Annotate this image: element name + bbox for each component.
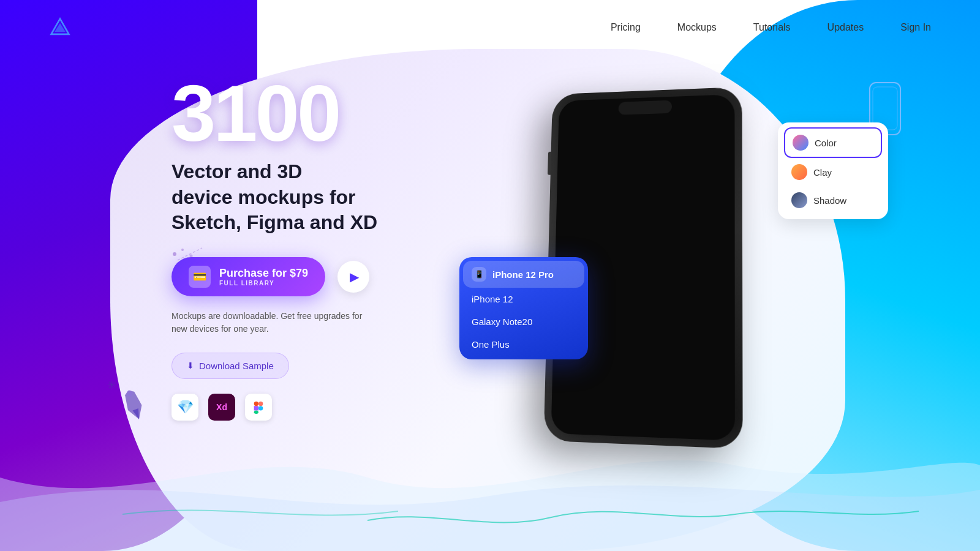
hero-description: Vector and 3Ddevice mockups forSketch, F… [172,159,377,236]
nav-signin[interactable]: Sign In [900,22,931,32]
download-icon: ⬇ [187,361,194,370]
device-item-oneplus[interactable]: One Plus [463,333,584,356]
hero-number: 3100 [172,73,377,153]
color-option-shadow[interactable]: Shadow [784,186,882,214]
svg-rect-11 [254,410,258,414]
device-item-iphone12pro[interactable]: 📱 iPhone 12 Pro [463,261,584,288]
device-dot: 📱 [472,267,486,282]
nav-pricing[interactable]: Pricing [611,22,641,32]
color-swatch-color [793,135,809,151]
purchase-text: Purchase for $79 FULL LIBRARY [219,267,308,287]
download-label: Download Sample [199,361,274,371]
device-item-iphone12[interactable]: iPhone 12 [463,288,584,310]
color-swatch-shadow [791,192,807,208]
svg-rect-9 [254,402,258,406]
device-dropdown: 📱 iPhone 12 Pro iPhone 12 Galaxy Note20 … [459,257,588,359]
svg-rect-12 [258,402,263,406]
sketch-icon[interactable]: 💎 [172,394,198,421]
navigation: Pricing Mockups Tutorials Updates Sign I… [0,0,980,55]
purchase-button[interactable]: 💳 Purchase for $79 FULL LIBRARY [172,257,325,296]
figma-icon[interactable] [245,394,272,421]
play-button[interactable]: ▶ [337,261,369,293]
cta-row: 💳 Purchase for $79 FULL LIBRARY ▶ [172,257,377,296]
color-option-color[interactable]: Color [784,127,882,158]
phone-side-button [548,152,551,175]
adobe-xd-icon[interactable]: Xd [208,394,235,421]
phone-notch [619,100,672,115]
logo-icon [49,17,71,39]
device-item-galaxynote20[interactable]: Galaxy Note20 [463,310,584,333]
svg-rect-10 [254,406,258,410]
nav-mockups[interactable]: Mockups [677,22,717,32]
color-swatch-clay [791,164,807,180]
purchase-icon: 💳 [189,266,211,288]
bottom-wave [0,416,980,551]
svg-point-13 [258,406,263,410]
app-icons: 💎 Xd [172,394,377,421]
tagline-text: Mockups are downloadable. Get free upgra… [172,310,368,335]
nav-tutorials[interactable]: Tutorials [753,22,791,32]
nav-updates[interactable]: Updates [827,22,864,32]
nav-links: Pricing Mockups Tutorials Updates Sign I… [611,22,931,33]
logo[interactable] [49,17,71,39]
hero-section: 3100 Vector and 3Ddevice mockups forSket… [172,73,377,421]
download-sample-button[interactable]: ⬇ Download Sample [172,353,289,379]
play-icon: ▶ [350,269,359,284]
phone-mockup-area: 📱 iPhone 12 Pro iPhone 12 Galaxy Note20 … [508,61,766,441]
color-option-clay[interactable]: Clay [784,158,882,186]
color-selector: Color Clay Shadow [778,122,888,219]
deco-asterisk: ✳ [107,378,116,392]
